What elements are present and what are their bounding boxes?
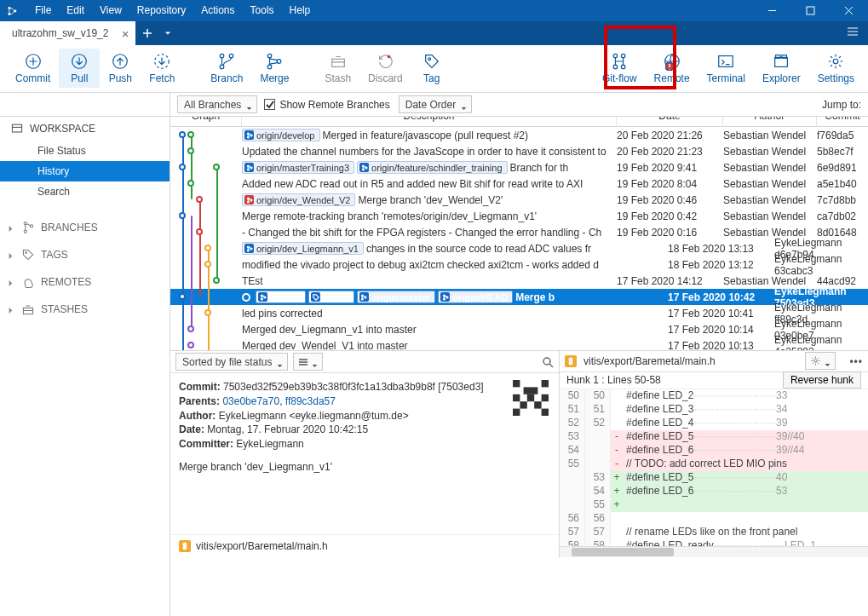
diff-line[interactable]: 54-#define LED_6························… — [560, 444, 868, 458]
sidebar-item-history[interactable]: History — [0, 161, 170, 181]
commit-row[interactable]: TEst17 Feb 2020 14:12Sebastian Wendel44a… — [170, 273, 868, 289]
diff-line[interactable]: 5656 — [560, 512, 868, 526]
diff-line[interactable]: 55+ — [560, 498, 868, 512]
jump-to-label[interactable]: Jump to: — [822, 99, 861, 111]
changed-file-row[interactable]: vitis/export/Baremetal/main.h — [170, 534, 559, 557]
menu-actions[interactable]: Actions — [193, 0, 242, 21]
diff-line[interactable]: 54+#define LED_6························… — [560, 485, 868, 498]
menu-repository[interactable]: Repository — [129, 0, 193, 21]
tab-strip: ultrazohm_sw_v19_2 × — [0, 21, 868, 45]
fetch-button[interactable]: Fetch — [141, 49, 183, 88]
col-author[interactable]: Author — [723, 117, 817, 126]
diff-more-icon[interactable]: ••• — [849, 355, 863, 367]
commit-row[interactable]: origin/dev_Wendel_V2Merge branch 'dev_We… — [170, 192, 868, 208]
settings-button[interactable]: Settings — [809, 49, 863, 88]
sidebar-tags[interactable]: TAGS — [0, 241, 170, 268]
order-combo[interactable]: Date Order — [399, 95, 472, 113]
menu-tools[interactable]: Tools — [243, 0, 282, 21]
diff-body[interactable]: 5050#define LED_2·······················… — [560, 389, 868, 546]
commit-row[interactable]: led pins corrected17 Feb 2020 10:41EykeL… — [170, 305, 868, 321]
pull-button[interactable]: Pull — [59, 49, 100, 88]
svg-point-18 — [613, 65, 618, 69]
sidebar-workspace-head[interactable]: WORKSPACE — [0, 117, 170, 141]
sidebar-branches[interactable]: BRANCHES — [0, 214, 170, 241]
sidebar-stashes[interactable]: STASHES — [0, 296, 170, 323]
svg-point-41 — [362, 169, 364, 170]
repo-tab[interactable]: ultrazohm_sw_v19_2 × — [0, 21, 135, 45]
diff-line[interactable]: 5757// rename LEDs like on the front pan… — [560, 526, 868, 539]
commit-row[interactable]: origin/masterTraining3origin/feature/sch… — [170, 159, 868, 176]
svg-point-43 — [247, 198, 249, 199]
menu-view[interactable]: View — [92, 0, 129, 21]
sidebar-item-search[interactable]: Search — [0, 181, 170, 202]
reverse-hunk-button[interactable]: Reverse hunk — [783, 371, 861, 389]
commit-row[interactable]: Merge remote-tracking branch 'remotes/or… — [170, 208, 868, 224]
close-tab-icon[interactable]: × — [122, 26, 129, 41]
show-remote-checkbox[interactable]: Show Remote Branches — [264, 99, 389, 111]
diff-line[interactable]: 53+#define LED_5························… — [560, 471, 868, 485]
discard-button[interactable]: Discard — [359, 49, 411, 88]
push-button[interactable]: Push — [100, 49, 141, 88]
sidebar: WORKSPACE File Status History Search BRA… — [0, 93, 170, 616]
sidebar-remotes[interactable]: REMOTES — [0, 268, 170, 296]
sidebar-remotes-label: REMOTES — [41, 276, 91, 288]
commit-list[interactable]: origin/developMerged in feature/javascop… — [170, 127, 868, 350]
col-date[interactable]: Date — [617, 117, 723, 126]
parent2-link[interactable]: ff89c3da57 — [285, 395, 336, 407]
commit-row[interactable]: origin/developMerged in feature/javascop… — [170, 127, 868, 143]
branch-button[interactable]: Branch — [202, 49, 251, 88]
git-flow-button[interactable]: Git-flow — [594, 49, 646, 88]
commit-row[interactable]: masterv0.1.0origin/masterorigin/HEADMerg… — [170, 289, 868, 305]
commit-row[interactable]: - Changed the bit shift for the FPGA reg… — [170, 224, 868, 240]
close-button[interactable] — [830, 0, 868, 21]
maximize-button[interactable] — [791, 0, 830, 21]
svg-rect-69 — [542, 409, 549, 416]
svg-point-47 — [247, 250, 249, 251]
diff-settings-button[interactable] — [805, 352, 836, 370]
svg-point-55 — [443, 295, 445, 296]
file-view-combo[interactable] — [293, 353, 323, 371]
diff-scrollbar[interactable] — [560, 546, 868, 557]
parent1-link[interactable]: 03e0be7a70 — [222, 395, 279, 407]
col-commit[interactable]: Commit — [817, 117, 868, 126]
svg-point-46 — [247, 246, 249, 248]
new-tab-button[interactable] — [135, 21, 159, 45]
diff-line[interactable]: 5858#define LED_ready···················… — [560, 539, 868, 546]
commit-row[interactable]: Merged dev_Liegmann_v1 into master17 Feb… — [170, 321, 868, 337]
remote-button[interactable]: Remote — [646, 49, 698, 88]
file-search-icon[interactable] — [542, 356, 554, 368]
diff-line[interactable]: 5252#define LED_4·······················… — [560, 417, 868, 430]
diff-line[interactable]: 5050#define LED_2·······················… — [560, 389, 868, 403]
tab-dropdown-icon[interactable] — [159, 21, 176, 45]
col-graph[interactable]: Graph — [170, 117, 242, 126]
commit-row[interactable]: Merged dev_Wendel_V1 into master17 Feb 2… — [170, 337, 868, 350]
stash-button[interactable]: Stash — [316, 49, 359, 88]
diff-line[interactable]: 53-#define LED_5························… — [560, 430, 868, 444]
tag-button[interactable]: Tag — [411, 49, 452, 88]
svg-point-38 — [247, 169, 249, 170]
diff-line[interactable]: 55-// TODO: add correct LED MIO pins — [560, 458, 868, 471]
svg-point-37 — [247, 165, 249, 167]
file-sort-combo[interactable]: Sorted by file status — [175, 353, 288, 371]
minimize-button[interactable] — [753, 0, 791, 21]
merge-button[interactable]: Merge — [251, 49, 297, 88]
commit-button[interactable]: Commit — [7, 49, 59, 88]
commit-row[interactable]: origin/dev_Liegmann_v1changes in the sou… — [170, 240, 868, 256]
sidebar-item-file-status[interactable]: File Status — [0, 141, 170, 161]
hamburger-icon[interactable] — [846, 25, 859, 41]
branch-filter-combo[interactable]: All Branches — [177, 95, 257, 113]
gear-icon — [810, 355, 821, 366]
explorer-button[interactable]: Explorer — [754, 49, 809, 88]
terminal-button[interactable]: Terminal — [698, 49, 754, 88]
menu-help[interactable]: Help — [282, 0, 319, 21]
diff-line[interactable]: 5151#define LED_3·······················… — [560, 403, 868, 417]
menu-file[interactable]: File — [27, 0, 59, 21]
commit-detail-pane: Sorted by file status Commit: 7503ed32f5… — [170, 351, 560, 557]
menu-edit[interactable]: Edit — [59, 0, 92, 21]
remote-label: Remote — [654, 72, 690, 84]
commit-row[interactable]: Added new ADC read out in R5 and added n… — [170, 176, 868, 192]
commit-row[interactable]: modified the vivado project to debug axi… — [170, 256, 868, 273]
col-description[interactable]: Description — [242, 117, 617, 126]
commit-row[interactable]: Updated the channel numbers for the Java… — [170, 143, 868, 159]
commit-hash-long: 7503ed32f529eb39b3c38f0f3fc1a13dba3b9b8f — [223, 381, 435, 393]
